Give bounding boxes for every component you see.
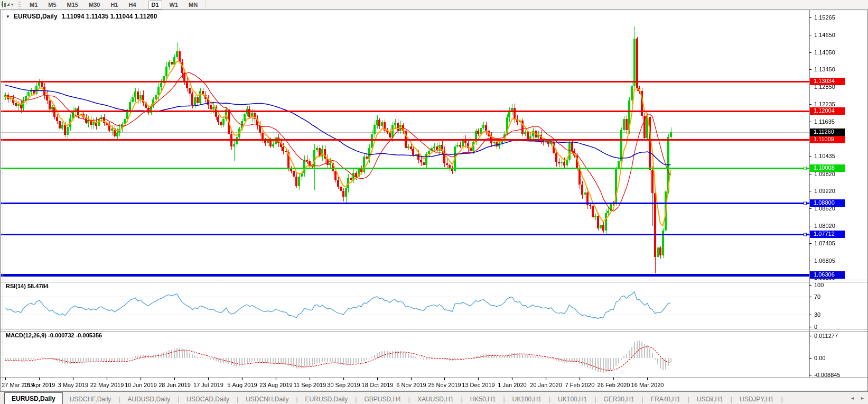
chart-tab-uk100-h1[interactable]: UK100,H1 <box>551 394 594 404</box>
timeframe-toolbar: ▾ M1M5M15M30H1H4D1W1MN <box>0 0 868 10</box>
toolbar-grip[interactable] <box>18 2 21 8</box>
tab-separator: | <box>355 396 357 403</box>
tab-scroll-arrows: ◂ ▸ <box>851 396 864 401</box>
timeframe-button-m5[interactable]: M5 <box>45 1 59 10</box>
tab-separator: | <box>642 396 643 403</box>
tabs-scroll-right-icon[interactable]: ▸ <box>861 396 864 401</box>
price-chart-canvas[interactable] <box>0 10 868 391</box>
chart-tab-usdchf-daily[interactable]: USDCHF,Daily <box>63 394 118 404</box>
collapse-triangle-icon[interactable]: ▼ <box>6 14 10 19</box>
chevron-down-icon[interactable]: ▾ <box>11 1 13 8</box>
timeframe-button-mn[interactable]: MN <box>185 1 201 10</box>
tab-separator: | <box>296 396 297 403</box>
tab-separator: | <box>503 396 505 403</box>
chart-tab-eurusd-daily[interactable]: EURUSD,Daily <box>4 392 63 404</box>
chart-tab-eurusd-daily[interactable]: EURUSD,Daily <box>298 394 355 404</box>
tab-separator: | <box>408 396 410 403</box>
timeframe-buttons: M1M5M15M30H1H4D1W1MN <box>24 1 208 10</box>
chart-tab-xauusd-h1[interactable]: XAUUSD,H1 <box>410 394 461 404</box>
tab-separator: | <box>594 396 596 403</box>
chart-tab-usoil-h1[interactable]: USOil,H1 <box>690 394 730 404</box>
chart-tab-gbpusd-h4[interactable]: GBPUSD,H4 <box>357 394 407 404</box>
chart-tab-audusd-daily[interactable]: AUDUSD,Daily <box>121 394 178 404</box>
timeframe-button-h1[interactable]: H1 <box>107 1 121 10</box>
tab-separator: | <box>237 396 238 403</box>
timeframe-button-m1[interactable]: M1 <box>26 1 41 10</box>
timeframe-button-w1[interactable]: W1 <box>166 1 182 10</box>
toolbar-separator <box>144 1 144 9</box>
tab-separator: | <box>688 396 689 403</box>
chart-tab-usdcnh-daily[interactable]: USDCNH,Daily <box>239 394 295 404</box>
chart-tab-uk100-h1[interactable]: UK100,H1 <box>506 394 548 404</box>
tab-separator: | <box>781 396 782 403</box>
tab-separator: | <box>461 396 463 403</box>
tabs-scroll-left-icon[interactable]: ◂ <box>851 396 854 401</box>
timeframe-button-d1[interactable]: D1 <box>148 1 162 10</box>
tab-separator: | <box>118 396 120 403</box>
chart-window: ▼ EURUSD,Daily 1.11094 1.11435 1.11044 1… <box>0 10 868 391</box>
timeframe-button-h4[interactable]: H4 <box>125 1 139 10</box>
tab-separator: | <box>731 396 732 403</box>
chart-symbol-period: EURUSD,Daily <box>14 13 58 20</box>
chart-title: ▼ EURUSD,Daily 1.11094 1.11435 1.11044 1… <box>6 13 157 20</box>
chart-tab-ger30-h1[interactable]: GER30,H1 <box>597 394 641 404</box>
chart-tab-hk50-h1[interactable]: HK50,H1 <box>463 394 503 404</box>
toolbar-separator <box>205 1 206 9</box>
timeframe-button-m30[interactable]: M30 <box>86 1 103 10</box>
chart-tab-usdcad-daily[interactable]: USDCAD,Daily <box>180 394 236 404</box>
tab-separator: | <box>178 396 179 403</box>
chart-tabbar: EURUSD,DailyUSDCHF,Daily|AUDUSD,Daily|US… <box>0 391 868 404</box>
tabbar-grip <box>0 393 4 404</box>
timeframe-button-m15[interactable]: M15 <box>64 1 81 10</box>
chart-tab-fra40-h1[interactable]: FRA40,H1 <box>644 394 687 404</box>
tab-separator: | <box>549 396 550 403</box>
mt4-app-window: ▾ M1M5M15M30H1H4D1W1MN ▼ EURUSD,Daily 1.… <box>0 0 868 404</box>
rsi-indicator-label: RSI(14) 58.4784 <box>6 283 49 289</box>
macd-indicator-label: MACD(12,26,9) -0.000732 -0.005356 <box>6 332 102 338</box>
chart-tabs: EURUSD,DailyUSDCHF,Daily|AUDUSD,Daily|US… <box>4 392 783 404</box>
chart-type-icon[interactable] <box>1 1 11 8</box>
chart-tab-usdjpy-h1[interactable]: USDJPY,H1 <box>733 394 780 404</box>
chart-ohlc-values: 1.11094 1.11435 1.11044 1.11260 <box>62 13 157 20</box>
